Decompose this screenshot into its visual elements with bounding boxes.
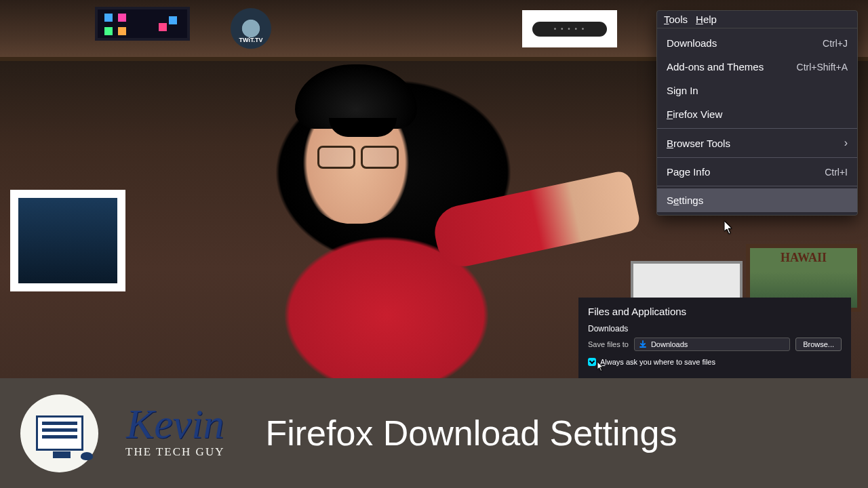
- settings-files-panel: Files and Applications Downloads Save fi…: [578, 298, 851, 378]
- menu-item-settings[interactable]: Settings: [657, 188, 857, 212]
- picture-frame: [10, 190, 125, 291]
- download-arrow-icon: [639, 340, 647, 348]
- menu-label: Browser Tools: [667, 138, 730, 149]
- twit-logo: TWiT.TV: [231, 8, 271, 49]
- title-banner: Kevin THE TECH GUY Firefox Download Sett…: [0, 378, 868, 488]
- kevin-subtitle: THE TECH GUY: [125, 445, 224, 459]
- chevron-right-icon: ›: [844, 137, 848, 149]
- stream-deck: [95, 7, 190, 41]
- menu-separator: [657, 128, 857, 129]
- menu-item-addons[interactable]: Add-ons and Themes Ctrl+Shift+A: [657, 55, 857, 79]
- always-ask-option[interactable]: Always ask you where to save files: [588, 358, 842, 366]
- mouse-icon: [81, 452, 93, 460]
- always-ask-label: Always ask you where to save files: [600, 358, 715, 366]
- menu-shortcut: Ctrl+Shift+A: [797, 62, 848, 73]
- menu-item-signin[interactable]: Sign In: [657, 79, 857, 102]
- section-title: Files and Applications: [588, 306, 842, 317]
- menu-shortcut: Ctrl+I: [825, 167, 848, 178]
- menu-shortcut: Ctrl+J: [823, 38, 848, 49]
- logo-circle: [20, 394, 98, 472]
- download-path-value: Downloads: [651, 340, 688, 348]
- menubar: Tools Help: [657, 11, 857, 28]
- menu-label: Sign In: [667, 85, 698, 96]
- watch-frame: • • • • •: [522, 10, 617, 47]
- menu-separator: [657, 186, 857, 186]
- glasses: [317, 146, 399, 166]
- download-path-field[interactable]: Downloads: [634, 338, 790, 351]
- watch-band: • • • • •: [532, 22, 607, 37]
- menu-label: Page Info: [667, 166, 710, 178]
- menu-help[interactable]: Help: [696, 14, 717, 25]
- menu-label: Downloads: [667, 37, 717, 49]
- menu-label: Add-ons and Themes: [667, 61, 764, 73]
- menu-item-firefox-view[interactable]: Firefox View: [657, 102, 857, 126]
- monitor-icon: [36, 415, 83, 451]
- kevin-name: Kevin: [126, 407, 224, 441]
- radio-selected-icon: [588, 358, 596, 366]
- firefox-tools-menu: Tools Help Downloads Ctrl+J Add-ons and …: [656, 10, 858, 216]
- menu-tools[interactable]: Tools: [664, 14, 688, 25]
- downloads-heading: Downloads: [588, 324, 842, 333]
- menu-item-browser-tools[interactable]: Browser Tools ›: [657, 131, 857, 155]
- video-title: Firefox Download Settings: [265, 413, 677, 453]
- menu-label: Firefox View: [667, 108, 722, 120]
- kevin-logo: Kevin THE TECH GUY: [125, 407, 224, 459]
- menu-item-page-info[interactable]: Page Info Ctrl+I: [657, 160, 857, 184]
- save-files-to-label: Save files to: [588, 340, 629, 348]
- menu-item-downloads[interactable]: Downloads Ctrl+J: [657, 31, 857, 55]
- browse-button[interactable]: Browse...: [795, 338, 842, 351]
- menu-label: Settings: [667, 195, 703, 206]
- menu-separator: [657, 157, 857, 158]
